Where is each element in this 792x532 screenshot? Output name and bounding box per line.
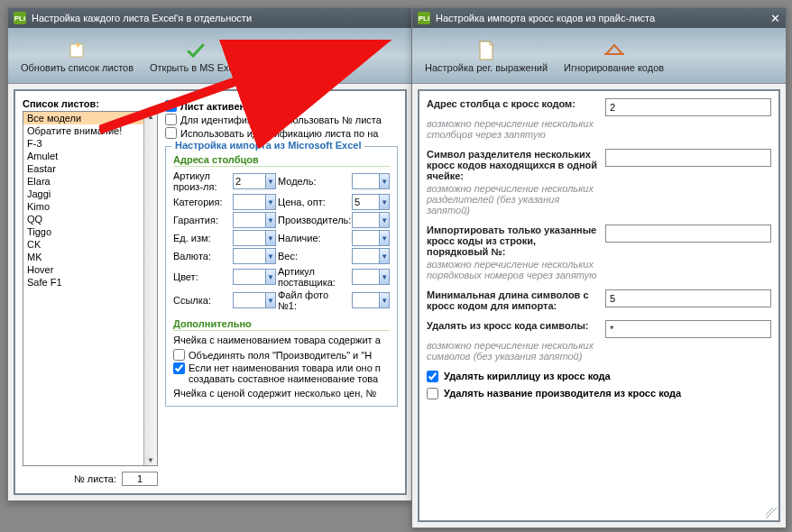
chevron-down-icon[interactable]: ▼	[265, 174, 275, 188]
refresh-sheets-button[interactable]: Обновить список листов	[14, 31, 141, 81]
import-fieldset: Настройка импорта из Microsoft Excel Адр…	[165, 146, 398, 407]
gear-icon	[281, 39, 306, 62]
col-addr-hint: возможно перечисление нескольких столбцо…	[427, 118, 598, 140]
min-len-label: Минимальная длина символов с кросс кодом…	[427, 289, 598, 311]
sheet-item[interactable]: Hover	[23, 263, 157, 276]
chevron-down-icon[interactable]: ▼	[379, 195, 389, 209]
separator-label: Символ разделителя нескольких кросс кодо…	[427, 149, 598, 181]
sheet-item[interactable]: Обратите внимание!	[23, 124, 157, 137]
chevron-down-icon[interactable]: ▼	[379, 174, 389, 188]
stock-combo[interactable]: ▼	[352, 230, 390, 246]
remove-sym-input[interactable]	[605, 320, 771, 338]
ignore-codes-button[interactable]: Игнорирование кодов	[557, 31, 671, 81]
ignore-icon	[602, 39, 627, 62]
sheet-item[interactable]: F-3	[23, 137, 157, 150]
sheets-listbox[interactable]: Все моделиОбратите внимание!F-3AmuletEas…	[23, 111, 158, 466]
sheet-item[interactable]: Все модели	[23, 112, 157, 124]
manufacturer-combo[interactable]: ▼	[352, 212, 390, 228]
extra-subhead: Дополнительно	[173, 318, 390, 331]
min-len-input[interactable]	[605, 289, 771, 307]
sheet-item[interactable]: MK	[23, 251, 157, 263]
remove-manufacturer-checkbox[interactable]	[427, 388, 438, 399]
window-title: Настройка импорта кросс кодов из прайс-л…	[436, 13, 655, 23]
sheet-item[interactable]: Safe F1	[23, 276, 157, 289]
cols-subhead: Адреса столбцов	[173, 154, 390, 167]
link-combo[interactable]: ▼	[233, 292, 276, 308]
sheet-active-checkbox[interactable]	[165, 100, 177, 112]
col-addr-input[interactable]	[605, 98, 771, 116]
sheet-item[interactable]: QQ	[23, 213, 157, 225]
currency-combo[interactable]: ▼	[233, 248, 276, 264]
chevron-down-icon[interactable]: ▼	[265, 293, 275, 307]
weight-combo[interactable]: ▼	[352, 248, 390, 264]
sheet-no-label: № листа:	[74, 473, 116, 484]
app-icon: PLi	[418, 12, 430, 24]
unit-combo[interactable]: ▼	[233, 230, 276, 246]
chevron-down-icon[interactable]: ▼	[265, 249, 275, 263]
toolbar-left: Обновить список листов Открыть в MS Exce…	[8, 28, 412, 84]
sheet-item[interactable]: Tiggo	[23, 225, 157, 238]
more-button[interactable]: Дополнительно	[251, 31, 336, 81]
cell-contains-note: Ячейка с наименованием товара содержит а	[173, 335, 390, 345]
refresh-icon	[65, 39, 90, 62]
titlebar-right: PLi Настройка импорта кросс кодов из пра…	[412, 8, 786, 28]
remove-sym-label: Удалять из кросс кода символы:	[427, 320, 598, 338]
chevron-down-icon[interactable]: ▼	[265, 213, 275, 227]
col-addr-label: Адрес столбца с кросс кодом:	[427, 98, 598, 116]
price-cell-note: Ячейка с ценой содержит несколько цен, №	[173, 388, 390, 399]
supplier-article-combo[interactable]: ▼	[352, 269, 390, 285]
import-only-input[interactable]	[605, 225, 771, 243]
resize-grip[interactable]	[766, 508, 777, 518]
warranty-combo[interactable]: ▼	[233, 212, 276, 228]
separator-hint: возможно перечисление нескольких раздели…	[427, 183, 598, 216]
chevron-down-icon[interactable]: ▼	[379, 293, 389, 307]
open-excel-button[interactable]: Открыть в MS Excel	[143, 31, 249, 81]
chevron-down-icon[interactable]: ▼	[265, 231, 275, 245]
model-combo[interactable]: ▼	[352, 173, 390, 189]
sheet-item[interactable]: CK	[23, 238, 157, 251]
titlebar-left: PLi Настройка каждого листа Excel'я в от…	[8, 8, 412, 28]
photo-combo[interactable]: ▼	[352, 292, 390, 308]
close-button[interactable]: ✕	[770, 12, 780, 25]
category-combo[interactable]: ▼	[233, 194, 276, 210]
chevron-down-icon[interactable]: ▼	[379, 249, 389, 263]
color-combo[interactable]: ▼	[233, 269, 276, 285]
sheet-item[interactable]: Amulet	[23, 150, 157, 162]
price-combo[interactable]: ▼	[352, 194, 390, 210]
import-only-label: Импортировать только указанные кросс код…	[427, 225, 598, 257]
article-combo[interactable]: ▼	[233, 173, 276, 189]
scrollbar[interactable]	[143, 112, 157, 465]
body-right: Адрес столбца с кросс кодом: возможно пе…	[418, 89, 780, 522]
regex-settings-button[interactable]: Настройка рег. выражений	[418, 31, 555, 81]
document-icon	[474, 39, 499, 62]
body-left: Список листов: Все моделиОбратите вниман…	[14, 89, 407, 495]
app-icon: PLi	[14, 12, 26, 24]
fieldset-legend: Настройка импорта из Microsoft Excel	[171, 140, 364, 151]
sheets-config-window: PLi Настройка каждого листа Excel'я в от…	[7, 7, 413, 501]
merge-fields-checkbox[interactable]	[173, 349, 185, 361]
chevron-down-icon[interactable]: ▼	[379, 231, 389, 245]
check-icon	[183, 39, 208, 62]
toolbar-right: Настройка рег. выражений Игнорирование к…	[412, 28, 786, 84]
remove-cyrillic-checkbox[interactable]	[427, 371, 438, 382]
compose-name-checkbox[interactable]	[173, 362, 185, 374]
window-title: Настройка каждого листа Excel'я в отдель…	[32, 13, 252, 23]
chevron-down-icon[interactable]: ▼	[265, 195, 275, 209]
sheet-no-input[interactable]	[122, 472, 158, 486]
separator-input[interactable]	[605, 149, 771, 167]
sheet-item[interactable]: Kimo	[23, 200, 157, 213]
chevron-down-icon[interactable]: ▼	[379, 213, 389, 227]
remove-sym-hint: возможно перечисление нескольких символо…	[427, 340, 598, 362]
chevron-down-icon[interactable]: ▼	[379, 270, 389, 284]
chevron-down-icon[interactable]: ▼	[265, 270, 275, 284]
sheets-title: Список листов:	[23, 98, 158, 109]
cross-codes-config-window: PLi Настройка импорта кросс кодов из пра…	[411, 7, 787, 528]
import-only-hint: возможно перечисление нескольких порядко…	[427, 259, 598, 280]
sheet-item[interactable]: Jaggi	[23, 188, 157, 200]
sheet-item[interactable]: Eastar	[23, 162, 157, 175]
svg-point-1	[291, 49, 295, 52]
sheet-item[interactable]: Elara	[23, 175, 157, 188]
ident-name-checkbox[interactable]	[165, 127, 177, 139]
ident-num-checkbox[interactable]	[165, 114, 177, 125]
